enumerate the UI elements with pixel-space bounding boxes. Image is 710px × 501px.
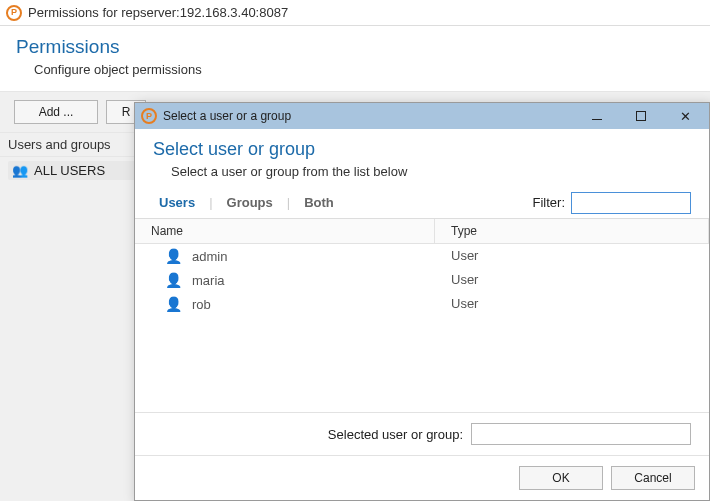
col-header-name[interactable]: Name <box>135 219 435 243</box>
minimize-icon <box>592 119 602 120</box>
row-name: rob <box>192 297 211 312</box>
row-name: admin <box>192 249 227 264</box>
selected-input[interactable] <box>471 423 691 445</box>
col-header-type[interactable]: Type <box>435 219 709 243</box>
tab-users[interactable]: Users <box>153 191 201 214</box>
dialog-title: Select a user or a group <box>163 109 575 123</box>
tab-groups[interactable]: Groups <box>221 191 279 214</box>
tree-item-label: ALL USERS <box>34 163 105 178</box>
tabs-row: Users | Groups | Both Filter: <box>135 185 709 219</box>
selected-row: Selected user or group: <box>135 412 709 455</box>
tab-both[interactable]: Both <box>298 191 340 214</box>
dialog-head-title: Select user or group <box>153 139 691 160</box>
ok-button[interactable]: OK <box>519 466 603 490</box>
user-icon: 👤 <box>165 272 182 288</box>
dialog-buttons: OK Cancel <box>135 455 709 500</box>
row-type: User <box>435 268 709 292</box>
filter-wrap: Filter: <box>533 192 692 214</box>
table-row[interactable]: 👤adminUser <box>135 244 709 268</box>
filter-label: Filter: <box>533 195 566 210</box>
tab-separator: | <box>209 195 212 210</box>
page-subtitle: Configure object permissions <box>34 62 694 77</box>
user-icon: 👤 <box>165 296 182 312</box>
minimize-button[interactable] <box>575 105 619 127</box>
outer-window-title: Permissions for repserver:192.168.3.40:8… <box>28 5 288 20</box>
tab-separator: | <box>287 195 290 210</box>
cancel-button[interactable]: Cancel <box>611 466 695 490</box>
page-title: Permissions <box>16 36 694 58</box>
maximize-icon <box>636 111 646 121</box>
close-button[interactable]: ✕ <box>663 105 707 127</box>
row-type: User <box>435 244 709 268</box>
user-icon: 👤 <box>165 248 182 264</box>
row-name: maria <box>192 273 225 288</box>
filter-input[interactable] <box>571 192 691 214</box>
dialog-header: Select user or group Select a user or gr… <box>135 129 709 185</box>
outer-header: Permissions Configure object permissions <box>0 26 710 92</box>
app-icon: P <box>141 108 157 124</box>
dialog-head-subtitle: Select a user or group from the list bel… <box>171 164 691 179</box>
add-button[interactable]: Add ... <box>14 100 98 124</box>
table-row[interactable]: 👤mariaUser <box>135 268 709 292</box>
close-icon: ✕ <box>680 109 691 124</box>
grid-header: Name Type <box>135 219 709 244</box>
users-icon: 👥 <box>12 163 28 178</box>
selected-label: Selected user or group: <box>328 427 463 442</box>
maximize-button[interactable] <box>619 105 663 127</box>
dialog-titlebar[interactable]: P Select a user or a group ✕ <box>135 103 709 129</box>
row-type: User <box>435 292 709 316</box>
outer-titlebar: P Permissions for repserver:192.168.3.40… <box>0 0 710 26</box>
select-user-dialog: P Select a user or a group ✕ Select user… <box>134 102 710 501</box>
grid-body: 👤adminUser👤mariaUser👤robUser <box>135 244 709 412</box>
table-row[interactable]: 👤robUser <box>135 292 709 316</box>
app-icon: P <box>6 5 22 21</box>
